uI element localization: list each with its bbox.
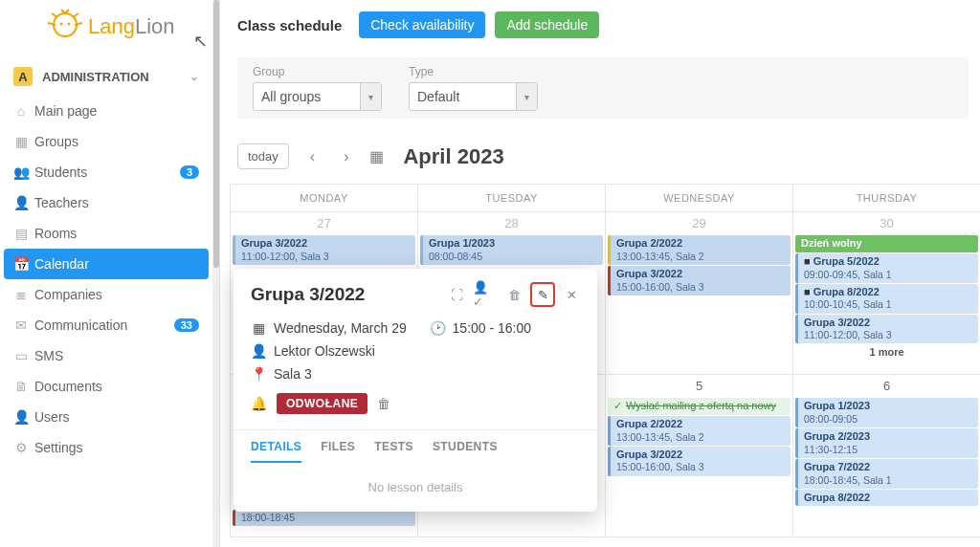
task-text: Wysłać mailing z ofertą na nowy [626,400,776,413]
calendar-event[interactable]: Grupa 2/202213:00-13:45, Sala 2 [608,235,791,265]
popup-date: Wednesday, March 29 [274,320,407,336]
sidebar-item-label: Groups [34,134,78,149]
expand-icon[interactable]: ⛶ [444,282,469,307]
tab-details[interactable]: DETAILS [251,440,301,463]
calendar-task[interactable]: ✓Wysłać mailing z ofertą na nowy [608,398,791,415]
calendar-event[interactable]: Grupa 3/202215:00-16:00, Sala 3 [608,447,791,476]
remove-status-icon[interactable]: 🗑 [377,396,390,411]
sidebar-item-sms[interactable]: ▭SMS [0,340,212,371]
calendar-event[interactable]: Grupa 2/202213:00-13:45, Sala 2 [608,416,791,446]
event-title: Grupa 7/2022 [804,461,972,474]
next-month-button[interactable]: › [336,144,356,169]
sidebar-scrollbar[interactable] [212,0,220,547]
bell-icon: 🔔 [251,396,267,411]
check-availability-button[interactable]: Check availability [359,11,485,38]
sidebar-item-groups[interactable]: ▦Groups [0,126,212,157]
documents-icon: 🗎 [13,379,29,394]
popup-tabs: DETAILS FILES TESTS STUDENTS [234,429,597,463]
companies-icon: ≣ [13,287,29,302]
sidebar-item-label: Communication [34,317,127,333]
chevron-down-icon: ▾ [360,83,381,110]
lion-icon [46,8,84,46]
event-popup: Grupa 3/2022 ⛶ 👤✓ 🗑 ✎ ✕ ▦Wednesday, Marc… [234,269,597,512]
group-select[interactable]: All groups▾ [253,82,382,111]
event-subtitle: 08:00-08:45 [429,251,597,263]
calendar-picker-icon[interactable]: ▦ [369,147,384,165]
event-subtitle: 15:00-16:00, Sala 3 [616,281,785,294]
sidebar: A ADMINISTRATION ⌄ ⌂Main page ▦Groups 👥S… [0,57,212,547]
home-icon: ⌂ [13,103,29,119]
day-cell[interactable]: 30 Dzień wolny ■Grupa 5/202209:00-09:45,… [792,212,980,375]
calendar-event[interactable]: Grupa 7/202218:00-18:45, Sala 1 [795,459,978,489]
event-title: Grupa 1/2023 [804,400,972,413]
calendar-event[interactable]: 18:00-18:45 [233,510,415,526]
date-number: 30 [793,212,980,234]
status-badge: ODWOŁANE [277,393,368,414]
sidebar-item-teachers[interactable]: 👤Teachers [0,187,212,218]
more-events-link[interactable]: 1 more [793,344,980,360]
sidebar-item-settings[interactable]: ⚙Settings [0,432,212,463]
event-title: Grupa 5/2022 [813,255,880,267]
day-cell[interactable]: 5 ✓Wysłać mailing z ofertą na nowy Grupa… [605,375,792,537]
event-title: Grupa 8/2022 [804,492,972,505]
logo[interactable]: LangLion [46,8,175,46]
sidebar-item-companies[interactable]: ≣Companies [0,279,212,310]
sidebar-item-label: Main page [34,103,97,119]
calendar-event[interactable]: ■Grupa 5/202209:00-09:45, Sala 1 [795,253,978,283]
sidebar-item-calendar[interactable]: 📅Calendar [4,249,209,279]
person-icon: 👤 [251,343,266,359]
sms-icon: ▭ [13,348,29,363]
tab-files[interactable]: FILES [321,440,355,463]
admin-section-header[interactable]: A ADMINISTRATION ⌄ [0,57,212,96]
popup-title: Grupa 3/2022 [251,284,444,305]
close-icon[interactable]: ✕ [559,282,584,307]
students-icon: 👥 [13,164,29,180]
users-icon: 👤 [13,409,29,425]
event-subtitle: 18:00-18:45 [241,512,410,524]
popup-teacher: Lektor Olszewski [274,343,375,359]
add-schedule-button[interactable]: Add schedule [495,11,599,38]
sidebar-item-students[interactable]: 👥Students3 [0,157,212,187]
calendar-event-holiday[interactable]: Dzień wolny [795,235,978,252]
attendance-icon[interactable]: 👤✓ [473,282,498,307]
rooms-icon: ▤ [13,226,29,241]
scrollbar-thumb[interactable] [213,0,219,268]
type-select[interactable]: Default▾ [409,82,538,111]
svg-point-1 [60,23,63,26]
today-button[interactable]: today [237,143,289,169]
event-title: Grupa 3/2022 [804,317,972,330]
day-cell[interactable]: 29 Grupa 2/202213:00-13:45, Sala 2 Grupa… [605,212,792,375]
prev-month-button[interactable]: ‹ [302,144,323,169]
sidebar-item-label: Calendar [34,256,89,272]
students-badge: 3 [180,165,199,179]
gear-icon: ⚙ [13,440,29,455]
event-subtitle: 10:00-10:45, Sala 1 [804,298,972,311]
group-select-value: All groups [261,89,321,104]
calendar-event[interactable]: Grupa 3/202211:00-12:00, Sala 3 [233,235,415,265]
calendar-event[interactable]: Grupa 1/202308:00-08:45 [420,235,603,265]
day-cell[interactable]: 6 Grupa 1/202308:00-09:05 Grupa 2/202311… [792,375,980,537]
calendar-event[interactable]: ■Grupa 8/202210:00-10:45, Sala 1 [795,284,978,314]
clock-icon: 🕑 [430,320,445,336]
event-subtitle: 09:00-09:45, Sala 1 [804,269,972,281]
calendar-event[interactable]: Grupa 8/2022 [795,490,978,507]
tab-tests[interactable]: TESTS [374,440,413,463]
sidebar-item-communication[interactable]: ✉Communication33 [0,310,212,340]
sidebar-item-documents[interactable]: 🗎Documents [0,371,212,402]
sidebar-item-label: SMS [34,348,63,363]
calendar-event[interactable]: Grupa 1/202308:00-09:05 [795,398,978,427]
sidebar-item-main-page[interactable]: ⌂Main page [0,96,212,126]
delete-icon[interactable]: 🗑 [501,282,526,307]
sidebar-item-label: Companies [34,287,102,302]
calendar-event[interactable]: Grupa 2/202311:30-12:15 [795,428,978,458]
calendar-event[interactable]: Grupa 3/202215:00-16:00, Sala 3 [608,266,791,295]
sidebar-item-rooms[interactable]: ▤Rooms [0,218,212,249]
tab-students[interactable]: STUDENTS [433,440,498,463]
edit-icon[interactable]: ✎ [530,282,555,307]
admin-section-label: ADMINISTRATION [42,70,149,84]
day-header: MONDAY [230,185,417,211]
sidebar-item-users[interactable]: 👤Users [0,402,212,432]
calendar-event[interactable]: Grupa 3/202211:00-12:00, Sala 3 [795,315,978,344]
event-title: Grupa 1/2023 [429,237,597,251]
admin-badge: A [13,67,33,86]
